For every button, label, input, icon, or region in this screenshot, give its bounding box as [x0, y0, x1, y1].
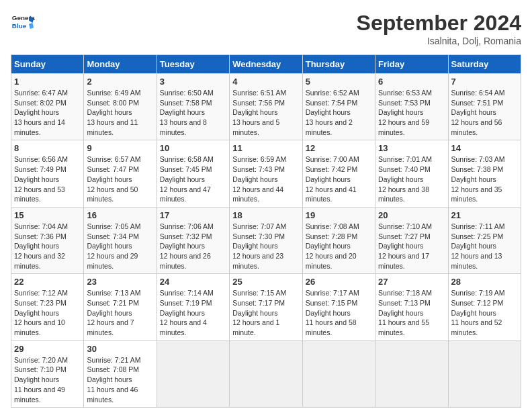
- calendar-cell: 4 Sunrise: 6:51 AM Sunset: 7:56 PM Dayli…: [230, 74, 302, 140]
- day-number: 8: [14, 143, 81, 153]
- day-number: 13: [378, 143, 445, 153]
- day-number: 23: [87, 277, 153, 287]
- day-number: 9: [87, 143, 153, 153]
- calendar-week-row: 1 Sunrise: 6:47 AM Sunset: 8:02 PM Dayli…: [11, 74, 521, 140]
- calendar-cell: 15 Sunrise: 7:04 AM Sunset: 7:36 PM Dayl…: [11, 207, 84, 273]
- calendar-cell: [375, 340, 448, 407]
- day-detail: Sunrise: 7:01 AM Sunset: 7:40 PM Dayligh…: [378, 154, 445, 203]
- calendar-cell: 28 Sunrise: 7:19 AM Sunset: 7:12 PM Dayl…: [448, 274, 521, 340]
- day-number: 18: [232, 210, 299, 220]
- day-detail: Sunrise: 7:17 AM Sunset: 7:15 PM Dayligh…: [306, 288, 372, 337]
- day-detail: Sunrise: 7:13 AM Sunset: 7:21 PM Dayligh…: [87, 288, 153, 337]
- day-number: 12: [306, 143, 372, 153]
- svg-marker-3: [29, 23, 34, 29]
- day-detail: Sunrise: 7:12 AM Sunset: 7:23 PM Dayligh…: [14, 288, 81, 337]
- day-number: 30: [87, 344, 153, 354]
- day-detail: Sunrise: 7:00 AM Sunset: 7:42 PM Dayligh…: [306, 154, 372, 203]
- day-detail: Sunrise: 7:10 AM Sunset: 7:27 PM Dayligh…: [378, 222, 445, 271]
- calendar-cell: 13 Sunrise: 7:01 AM Sunset: 7:40 PM Dayl…: [375, 140, 448, 207]
- calendar-cell: 21 Sunrise: 7:11 AM Sunset: 7:25 PM Dayl…: [448, 207, 521, 273]
- calendar-cell: 16 Sunrise: 7:05 AM Sunset: 7:34 PM Dayl…: [84, 207, 157, 273]
- day-number: 7: [451, 77, 518, 87]
- calendar-cell: 3 Sunrise: 6:50 AM Sunset: 7:58 PM Dayli…: [157, 74, 229, 140]
- day-detail: Sunrise: 6:49 AM Sunset: 8:00 PM Dayligh…: [87, 88, 153, 137]
- calendar-cell: 14 Sunrise: 7:03 AM Sunset: 7:38 PM Dayl…: [448, 140, 521, 207]
- calendar-cell: 19 Sunrise: 7:08 AM Sunset: 7:28 PM Dayl…: [302, 207, 375, 273]
- day-number: 16: [87, 210, 153, 220]
- day-number: 5: [306, 77, 372, 87]
- calendar-cell: 27 Sunrise: 7:18 AM Sunset: 7:13 PM Dayl…: [375, 274, 448, 340]
- calendar-cell: 26 Sunrise: 7:17 AM Sunset: 7:15 PM Dayl…: [302, 274, 375, 340]
- weekday-header: Wednesday: [230, 55, 302, 74]
- day-detail: Sunrise: 6:52 AM Sunset: 7:54 PM Dayligh…: [306, 88, 372, 137]
- logo: General Blue: [11, 11, 35, 35]
- logo-icon: General Blue: [11, 11, 35, 35]
- weekday-header: Monday: [84, 55, 157, 74]
- day-number: 17: [160, 210, 226, 220]
- title-block: September 2024 Isalnita, Dolj, Romania: [357, 11, 521, 46]
- location-subtitle: Isalnita, Dolj, Romania: [357, 36, 521, 46]
- day-number: 3: [160, 77, 226, 87]
- calendar-cell: 7 Sunrise: 6:54 AM Sunset: 7:51 PM Dayli…: [448, 74, 521, 140]
- calendar-cell: 11 Sunrise: 6:59 AM Sunset: 7:43 PM Dayl…: [230, 140, 302, 207]
- day-detail: Sunrise: 7:03 AM Sunset: 7:38 PM Dayligh…: [451, 154, 518, 203]
- day-detail: Sunrise: 7:06 AM Sunset: 7:32 PM Dayligh…: [160, 222, 226, 271]
- day-detail: Sunrise: 7:14 AM Sunset: 7:19 PM Dayligh…: [160, 288, 226, 337]
- day-number: 20: [378, 210, 445, 220]
- day-detail: Sunrise: 6:50 AM Sunset: 7:58 PM Dayligh…: [160, 88, 226, 137]
- day-number: 19: [306, 210, 372, 220]
- day-number: 26: [306, 277, 372, 287]
- day-number: 14: [451, 143, 518, 153]
- day-number: 21: [451, 210, 518, 220]
- calendar-cell: 25 Sunrise: 7:15 AM Sunset: 7:17 PM Dayl…: [230, 274, 302, 340]
- weekday-header: Saturday: [448, 55, 521, 74]
- calendar-cell: [448, 340, 521, 407]
- calendar-cell: 9 Sunrise: 6:57 AM Sunset: 7:47 PM Dayli…: [84, 140, 157, 207]
- day-detail: Sunrise: 7:07 AM Sunset: 7:30 PM Dayligh…: [232, 222, 299, 271]
- calendar-week-row: 8 Sunrise: 6:56 AM Sunset: 7:49 PM Dayli…: [11, 140, 521, 207]
- day-detail: Sunrise: 7:19 AM Sunset: 7:12 PM Dayligh…: [451, 288, 518, 337]
- day-detail: Sunrise: 7:11 AM Sunset: 7:25 PM Dayligh…: [451, 222, 518, 271]
- calendar-cell: 20 Sunrise: 7:10 AM Sunset: 7:27 PM Dayl…: [375, 207, 448, 273]
- day-detail: Sunrise: 6:56 AM Sunset: 7:49 PM Dayligh…: [14, 154, 81, 203]
- calendar-cell: 24 Sunrise: 7:14 AM Sunset: 7:19 PM Dayl…: [157, 274, 229, 340]
- page-header: General Blue September 2024 Isalnita, Do…: [11, 11, 521, 46]
- day-number: 11: [232, 143, 299, 153]
- calendar-cell: 8 Sunrise: 6:56 AM Sunset: 7:49 PM Dayli…: [11, 140, 84, 207]
- day-detail: Sunrise: 6:58 AM Sunset: 7:45 PM Dayligh…: [160, 154, 226, 203]
- day-detail: Sunrise: 6:53 AM Sunset: 7:53 PM Dayligh…: [378, 88, 445, 137]
- day-number: 15: [14, 210, 81, 220]
- calendar-cell: 30 Sunrise: 7:21 AM Sunset: 7:08 PM Dayl…: [84, 340, 157, 407]
- day-number: 2: [87, 77, 153, 87]
- day-number: 1: [14, 77, 81, 87]
- day-detail: Sunrise: 7:20 AM Sunset: 7:10 PM Dayligh…: [14, 355, 81, 404]
- day-detail: Sunrise: 7:18 AM Sunset: 7:13 PM Dayligh…: [378, 288, 445, 337]
- svg-text:Blue: Blue: [12, 22, 27, 30]
- day-detail: Sunrise: 6:59 AM Sunset: 7:43 PM Dayligh…: [232, 154, 299, 203]
- calendar-cell: 10 Sunrise: 6:58 AM Sunset: 7:45 PM Dayl…: [157, 140, 229, 207]
- calendar-cell: 2 Sunrise: 6:49 AM Sunset: 8:00 PM Dayli…: [84, 74, 157, 140]
- day-detail: Sunrise: 6:51 AM Sunset: 7:56 PM Dayligh…: [232, 88, 299, 137]
- calendar-cell: 22 Sunrise: 7:12 AM Sunset: 7:23 PM Dayl…: [11, 274, 84, 340]
- calendar-table: SundayMondayTuesdayWednesdayThursdayFrid…: [11, 54, 521, 408]
- day-detail: Sunrise: 6:54 AM Sunset: 7:51 PM Dayligh…: [451, 88, 518, 137]
- calendar-cell: 29 Sunrise: 7:20 AM Sunset: 7:10 PM Dayl…: [11, 340, 84, 407]
- day-detail: Sunrise: 7:05 AM Sunset: 7:34 PM Dayligh…: [87, 222, 153, 271]
- day-number: 27: [378, 277, 445, 287]
- day-number: 29: [14, 344, 81, 354]
- weekday-header: Thursday: [302, 55, 375, 74]
- weekday-header: Friday: [375, 55, 448, 74]
- day-detail: Sunrise: 7:04 AM Sunset: 7:36 PM Dayligh…: [14, 222, 81, 271]
- day-number: 28: [451, 277, 518, 287]
- day-detail: Sunrise: 6:47 AM Sunset: 8:02 PM Dayligh…: [14, 88, 81, 137]
- calendar-cell: 12 Sunrise: 7:00 AM Sunset: 7:42 PM Dayl…: [302, 140, 375, 207]
- calendar-week-row: 29 Sunrise: 7:20 AM Sunset: 7:10 PM Dayl…: [11, 340, 521, 407]
- weekday-header: Tuesday: [157, 55, 229, 74]
- calendar-cell: [302, 340, 375, 407]
- day-number: 4: [232, 77, 299, 87]
- day-number: 10: [160, 143, 226, 153]
- weekday-header-row: SundayMondayTuesdayWednesdayThursdayFrid…: [11, 55, 521, 74]
- calendar-week-row: 15 Sunrise: 7:04 AM Sunset: 7:36 PM Dayl…: [11, 207, 521, 273]
- day-detail: Sunrise: 7:08 AM Sunset: 7:28 PM Dayligh…: [306, 222, 372, 271]
- calendar-week-row: 22 Sunrise: 7:12 AM Sunset: 7:23 PM Dayl…: [11, 274, 521, 340]
